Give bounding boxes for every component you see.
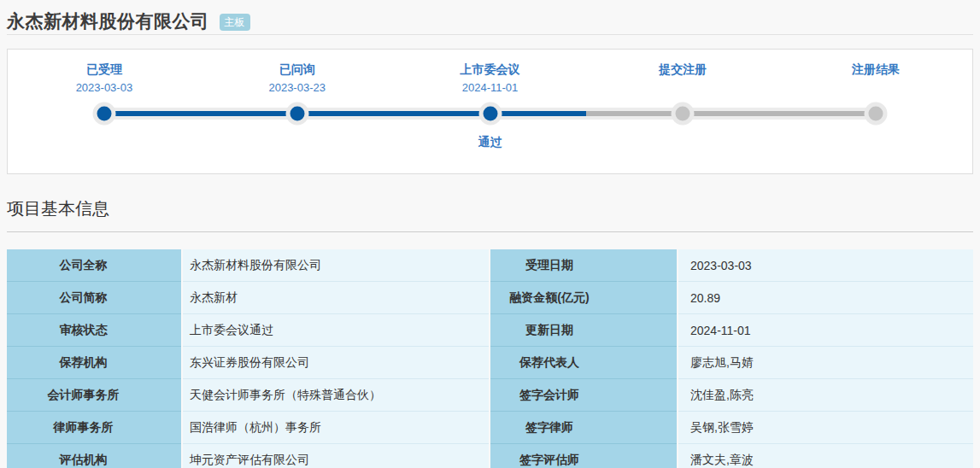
row-value: 20.89 <box>678 282 973 314</box>
stage-label: 已问询 <box>201 61 394 78</box>
timeline-dot-submit-registration <box>676 107 690 121</box>
stage-label: 提交注册 <box>586 61 779 78</box>
row-value: 永杰新材料股份有限公司 <box>183 249 489 282</box>
row-value: 2024-11-01 <box>678 314 973 347</box>
info-table: 公司全称 永杰新材料股份有限公司 受理日期 2023-03-03 公司简称 永杰… <box>7 249 973 468</box>
row-label: 审核状态 <box>7 314 181 347</box>
row-value: 潘文夫,章波 <box>678 444 973 468</box>
timeline-stage-committee-meeting: 上市委会议 2024-11-01 <box>394 61 587 96</box>
page-header: 永杰新材料股份有限公司 主板 <box>7 0 973 34</box>
row-value: 廖志旭,马婧 <box>678 347 973 379</box>
timeline-dot-committee-meeting <box>483 107 497 121</box>
row-label: 公司全称 <box>7 249 181 282</box>
board-badge: 主板 <box>220 14 250 31</box>
stage-date <box>779 79 972 96</box>
stage-date: 2024-11-01 <box>394 79 587 96</box>
timeline-stage-registration-result: 注册结果 <box>779 61 972 96</box>
timeline-stage-inquired: 已问询 2023-03-23 <box>201 61 394 96</box>
stage-date: 2023-03-23 <box>201 79 394 96</box>
timeline-track <box>8 100 972 127</box>
row-label: 保荐机构 <box>7 347 181 379</box>
row-value: 天健会计师事务所（特殊普通合伙） <box>183 379 489 412</box>
row-value: 2023-03-03 <box>678 249 973 282</box>
row-value: 国浩律师（杭州）事务所 <box>183 412 489 444</box>
stage-label: 上市委会议 <box>394 61 587 78</box>
timeline-note-row: 通过 <box>8 127 972 153</box>
timeline-dot-accepted <box>97 107 111 121</box>
timeline-stages: 已受理 2023-03-03 已问询 2023-03-23 上市委会议 2024… <box>8 61 972 96</box>
section-title: 项目基本信息 <box>7 197 973 232</box>
timeline-dot-inquired <box>290 107 304 121</box>
row-value: 东兴证券股份有限公司 <box>183 347 489 379</box>
row-label: 公司简称 <box>7 282 181 314</box>
timeline-panel: 已受理 2023-03-03 已问询 2023-03-23 上市委会议 2024… <box>7 49 973 174</box>
row-label: 律师事务所 <box>7 412 181 444</box>
row-label: 签字评估师 <box>490 444 677 468</box>
row-label: 会计师事务所 <box>7 379 181 412</box>
timeline-stage-accepted: 已受理 2023-03-03 <box>8 61 201 96</box>
stage-date: 2023-03-03 <box>8 79 201 96</box>
title-divider <box>7 34 973 35</box>
row-label: 受理日期 <box>490 249 677 282</box>
row-value: 吴钢,张雪婷 <box>678 412 973 444</box>
stage-date <box>586 79 779 96</box>
row-label: 签字会计师 <box>490 379 677 412</box>
row-value: 沈佳盈,陈亮 <box>678 379 973 412</box>
track-pending-segment <box>586 111 876 116</box>
row-label: 签字律师 <box>490 412 677 444</box>
timeline-stage-submit-registration: 提交注册 <box>586 61 779 96</box>
stage-label: 已受理 <box>8 61 201 78</box>
row-value: 上市委会议通过 <box>183 314 489 347</box>
timeline-dot-registration-result <box>869 107 883 121</box>
row-label: 更新日期 <box>490 314 677 347</box>
stage-result-note: 通过 <box>478 135 502 150</box>
stage-label: 注册结果 <box>779 61 972 78</box>
row-label: 保荐代表人 <box>490 347 677 379</box>
row-label: 融资金额(亿元) <box>490 282 677 314</box>
company-title: 永杰新材料股份有限公司 <box>7 9 209 33</box>
track-completed-segment <box>104 111 587 116</box>
page: 永杰新材料股份有限公司 主板 已受理 2023-03-03 已问询 2023-0… <box>0 0 980 468</box>
row-value: 永杰新材 <box>183 282 489 314</box>
row-label: 评估机构 <box>7 444 181 468</box>
row-value: 坤元资产评估有限公司 <box>183 444 489 468</box>
